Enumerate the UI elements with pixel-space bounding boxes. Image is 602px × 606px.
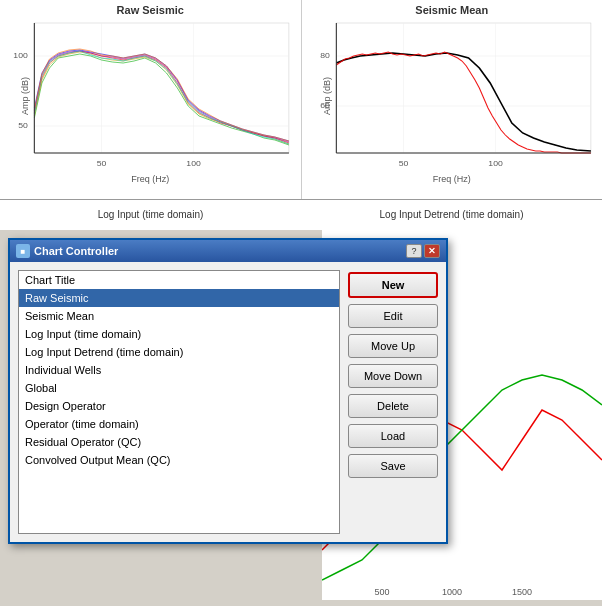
svg-text:100: 100 [186, 158, 201, 168]
load-button[interactable]: Load [348, 424, 438, 448]
help-button[interactable]: ? [406, 244, 422, 258]
svg-text:100: 100 [488, 158, 503, 168]
svg-text:50: 50 [398, 158, 408, 168]
svg-text:50: 50 [18, 120, 28, 130]
dialog-window-controls: ? ✕ [406, 244, 440, 258]
raw-seismic-panel: Raw Seismic Amp (dB) 100 50 50 100 [0, 0, 302, 199]
delete-button[interactable]: Delete [348, 394, 438, 418]
raw-seismic-y-label: Amp (dB) [20, 76, 30, 114]
list-item-design-operator[interactable]: Design Operator [19, 397, 339, 415]
move-down-button[interactable]: Move Down [348, 364, 438, 388]
chart-controller-dialog: ■ Chart Controller ? ✕ Chart Title Raw S… [8, 238, 448, 544]
list-item-log-input-detrend[interactable]: Log Input Detrend (time domain) [19, 343, 339, 361]
svg-text:80: 80 [320, 50, 330, 60]
raw-seismic-svg: 100 50 50 100 [4, 18, 297, 173]
seismic-mean-y-label: Amp (dB) [322, 76, 332, 114]
list-item-log-input[interactable]: Log Input (time domain) [19, 325, 339, 343]
seismic-mean-chart: Amp (dB) 80 60 50 100 [306, 18, 599, 173]
dialog-title: ■ Chart Controller [16, 244, 118, 258]
seismic-mean-svg: 80 60 50 100 [306, 18, 599, 173]
dialog-app-icon: ■ [16, 244, 30, 258]
log-input-detrend-label: Log Input Detrend (time domain) [301, 200, 602, 230]
top-charts-area: Raw Seismic Amp (dB) 100 50 50 100 [0, 0, 602, 200]
log-input-label: Log Input (time domain) [0, 200, 301, 230]
svg-text:100: 100 [13, 50, 28, 60]
seismic-mean-x-label: Freq (Hz) [306, 174, 599, 184]
list-item-global[interactable]: Global [19, 379, 339, 397]
raw-seismic-chart: Amp (dB) 100 50 50 100 [4, 18, 297, 173]
list-item-residual-operator[interactable]: Residual Operator (QC) [19, 433, 339, 451]
seismic-mean-panel: Seismic Mean Amp (dB) 80 60 50 100 [302, 0, 603, 199]
dialog-content: Chart Title Raw Seismic Seismic Mean Log… [10, 262, 446, 542]
dialog-titlebar: ■ Chart Controller ? ✕ [10, 240, 446, 262]
svg-text:1000: 1000 [442, 587, 462, 597]
chart-list[interactable]: Chart Title Raw Seismic Seismic Mean Log… [18, 270, 340, 534]
save-button[interactable]: Save [348, 454, 438, 478]
close-button[interactable]: ✕ [424, 244, 440, 258]
list-item-individual-wells[interactable]: Individual Wells [19, 361, 339, 379]
svg-text:500: 500 [374, 587, 389, 597]
svg-rect-11 [336, 23, 591, 153]
move-up-button[interactable]: Move Up [348, 334, 438, 358]
raw-seismic-x-label: Freq (Hz) [4, 174, 297, 184]
list-item-raw-seismic[interactable]: Raw Seismic [19, 289, 339, 307]
dialog-area: 500 1000 1500 Time (ms) ■ Chart Controll… [0, 230, 602, 600]
seismic-mean-title: Seismic Mean [306, 4, 599, 16]
list-item-operator-time[interactable]: Operator (time domain) [19, 415, 339, 433]
svg-text:50: 50 [97, 158, 107, 168]
new-button[interactable]: New [348, 272, 438, 298]
list-item-convolved-output[interactable]: Convolved Output Mean (QC) [19, 451, 339, 469]
edit-button[interactable]: Edit [348, 304, 438, 328]
action-buttons: New Edit Move Up Move Down Delete Load S… [348, 270, 438, 534]
list-item-seismic-mean[interactable]: Seismic Mean [19, 307, 339, 325]
svg-text:1500: 1500 [512, 587, 532, 597]
bottom-chart-labels: Log Input (time domain) Log Input Detren… [0, 200, 602, 230]
list-item-chart-title[interactable]: Chart Title [19, 271, 339, 289]
dialog-title-text: Chart Controller [34, 245, 118, 257]
raw-seismic-title: Raw Seismic [4, 4, 297, 16]
